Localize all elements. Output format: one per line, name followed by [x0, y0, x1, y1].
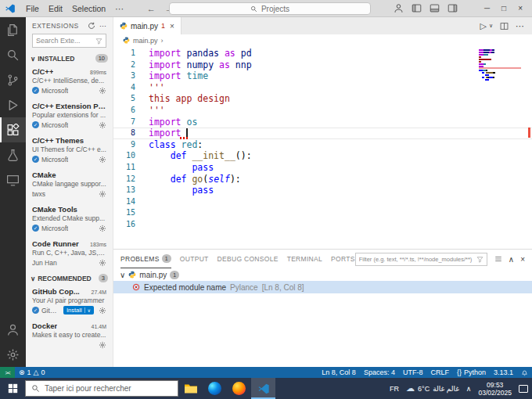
extension-item[interactable]: Docker41.4MMakes it easy to create... [26, 319, 113, 354]
install-button[interactable]: Install∨ [63, 306, 94, 315]
code-line[interactable]: 10 def __init__(): [113, 150, 532, 162]
taskbar-search-input[interactable]: Taper ici pour rechercher [25, 380, 178, 397]
filter-icon[interactable] [95, 38, 102, 45]
problems-filter-input[interactable]: Filter (e.g. text, **/*.ts, !**/node_mod… [355, 253, 487, 266]
problems-file-row[interactable]: ∨ main.py 1 [113, 268, 532, 281]
indentation[interactable]: Spaces: 4 [360, 367, 399, 378]
code-line[interactable]: 4''' [113, 82, 532, 94]
window-minimize-button[interactable]: ─ [484, 4, 490, 13]
section-installed[interactable]: ∨ INSTALLED 10 [26, 52, 113, 65]
close-tab-icon[interactable]: × [170, 22, 174, 31]
problem-error-row[interactable]: Expected module name Pylance [Ln 8, Col … [113, 281, 532, 293]
activity-bar-item-explorer[interactable] [0, 17, 26, 42]
panel-tab-output[interactable]: OUTPUT [180, 250, 209, 268]
cursor-position[interactable]: Ln 8, Col 8 [318, 367, 360, 378]
layout-sidebar-icon[interactable] [412, 3, 422, 13]
remote-indicator[interactable]: >< [0, 367, 15, 378]
menu-item-edit[interactable]: Edit [44, 2, 67, 15]
activity-bar-item-extensions[interactable] [0, 117, 26, 142]
vscode-taskbar-button[interactable] [251, 378, 275, 399]
code-line[interactable]: 12 def go(self): [113, 174, 532, 185]
edge-button[interactable] [203, 378, 227, 399]
encoding[interactable]: UTF-8 [399, 367, 427, 378]
view-as-table-icon[interactable] [494, 255, 502, 263]
close-panel-icon[interactable]: × [520, 255, 525, 264]
code-line[interactable]: 5this app design [113, 93, 532, 105]
activity-bar-item-testing[interactable] [0, 142, 26, 167]
breadcrumb-file[interactable]: main.py [133, 37, 158, 45]
extension-item[interactable]: C/C++ ThemesUI Themes for C/C++ e...✓Mic… [26, 134, 113, 168]
code-line[interactable]: 15 [113, 207, 532, 219]
window-maximize-button[interactable]: □ [501, 4, 506, 13]
activity-bar-item-settings[interactable] [0, 342, 26, 367]
extension-manage-gear-icon[interactable] [99, 341, 106, 349]
activity-bar-item-search[interactable] [0, 42, 26, 67]
code-line[interactable]: 9class red: [113, 139, 532, 151]
layout-panel-icon[interactable] [430, 3, 440, 13]
start-button[interactable] [0, 378, 25, 399]
run-python-file-button[interactable]: ▷ [480, 21, 486, 31]
extension-item[interactable]: GitHub Cop...27.4MYour AI pair programme… [26, 285, 113, 319]
notifications-bell-icon[interactable] [517, 367, 532, 378]
breadcrumb[interactable]: main.py › [113, 34, 532, 46]
code-line[interactable]: 8import [113, 128, 532, 139]
more-actions-icon[interactable]: ⋯ [516, 21, 524, 31]
minimap[interactable] [479, 49, 521, 88]
extension-manage-gear-icon[interactable] [99, 190, 106, 198]
extensions-search-input[interactable]: Search Exte... [32, 34, 106, 48]
refresh-icon[interactable] [88, 22, 95, 30]
activity-bar-item-source-control[interactable] [0, 67, 26, 92]
taskbar-clock[interactable]: 09:53 03/02/2025 [478, 381, 512, 397]
account-icon[interactable] [394, 3, 404, 13]
section-recommended[interactable]: ∨ RECOMMENDED 3 [26, 271, 113, 285]
code-line[interactable]: 14 [113, 196, 532, 208]
code-line[interactable]: 11 pass [113, 162, 532, 174]
layout-secondary-sidebar-icon[interactable] [448, 3, 458, 13]
extension-item[interactable]: CMake ToolsExtended CMake supp...✓Micros… [26, 203, 113, 237]
python-interpreter-version[interactable]: 3.13.1 [490, 367, 517, 378]
extension-item[interactable]: C/C++ Extension PackPopular extensions f… [26, 99, 113, 134]
extension-item[interactable]: CMakeCMake langage suppor...twxs [26, 168, 113, 203]
window-close-button[interactable]: × [518, 4, 523, 13]
firefox-button[interactable] [227, 378, 251, 399]
extension-manage-gear-icon[interactable] [99, 121, 106, 129]
panel-tab-terminal[interactable]: TERMINAL [287, 250, 322, 268]
code-editor[interactable]: 1import pandas as pd2import numpy as nnp… [113, 46, 532, 249]
code-line[interactable]: 7import os [113, 117, 532, 128]
maximize-panel-icon[interactable]: ∧ [509, 255, 514, 264]
extension-manage-gear-icon[interactable] [99, 87, 106, 95]
extension-item[interactable]: C/C++899msC/C++ IntelliSense, de...✓Micr… [26, 65, 113, 99]
menu-item-selection[interactable]: Selection [67, 2, 110, 15]
extension-manage-gear-icon[interactable] [99, 225, 106, 232]
more-actions-icon[interactable]: ⋯ [99, 22, 106, 30]
run-dropdown-icon[interactable]: ∨ [489, 23, 493, 29]
language-indicator[interactable]: FR [390, 385, 399, 393]
code-line[interactable]: 3import time [113, 70, 532, 82]
action-center-icon[interactable] [519, 385, 528, 393]
menu-item-file[interactable]: File [21, 2, 44, 15]
weather-widget[interactable]: ☁ 6°C غالم غالة [406, 383, 459, 394]
panel-tab-debug-console[interactable]: DEBUG CONSOLE [217, 250, 279, 268]
problems-summary[interactable]: ⊗1 △0 [15, 367, 49, 378]
extension-item[interactable]: Code Runner183msRun C, C++, Java, JS, P.… [26, 237, 113, 271]
code-line[interactable]: 6''' [113, 105, 532, 117]
extension-manage-gear-icon[interactable] [99, 259, 106, 267]
split-editor-icon[interactable] [500, 22, 509, 31]
editor-tab-main-py[interactable]: main.py 1 × [113, 17, 182, 34]
extension-manage-gear-icon[interactable] [99, 156, 106, 164]
code-line[interactable]: 2import numpy as nnp [113, 59, 532, 71]
panel-tab-ports[interactable]: PORTS [331, 250, 355, 268]
activity-bar-item-remote[interactable] [0, 167, 26, 192]
tray-chevron-icon[interactable]: ∧ [466, 385, 472, 393]
code-line[interactable]: 1import pandas as pd [113, 48, 532, 59]
code-line[interactable]: 16 [113, 219, 532, 231]
extension-manage-gear-icon[interactable] [99, 307, 106, 315]
history-back-icon[interactable]: ← [147, 4, 156, 13]
activity-bar-item-run-debug[interactable] [0, 92, 26, 117]
language-mode[interactable]: {} Python [453, 367, 490, 378]
panel-tab-problems[interactable]: PROBLEMS1 [120, 250, 171, 268]
eol-sequence[interactable]: CRLF [426, 367, 453, 378]
activity-bar-item-account[interactable] [0, 317, 26, 342]
menu-item-more[interactable]: ⋯ [110, 2, 128, 15]
file-explorer-button[interactable] [178, 378, 203, 399]
